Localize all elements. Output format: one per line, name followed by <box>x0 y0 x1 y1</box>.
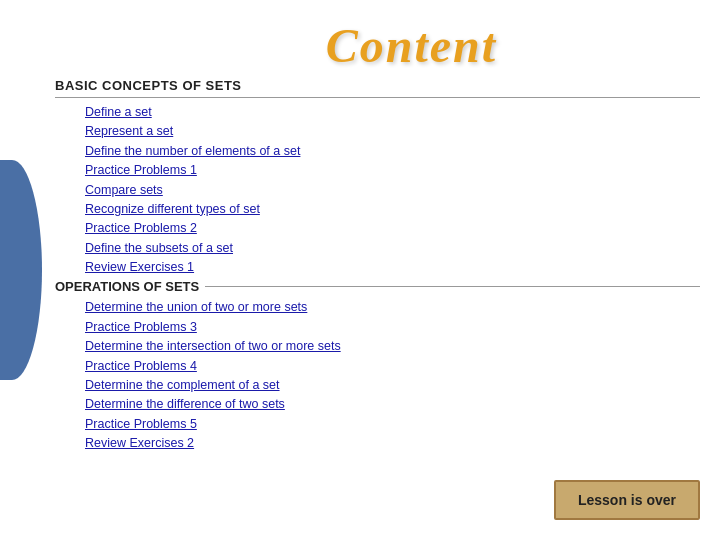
page-title: Content <box>326 18 497 73</box>
list-item[interactable]: Define the subsets of a set <box>55 239 700 258</box>
section-basic-concepts: BASIC CONCEPTS OF SETS Define a set Repr… <box>55 78 700 277</box>
section2-header-row: OPERATIONS OF SETS <box>55 279 700 294</box>
list-item[interactable]: Define the number of elements of a set <box>55 142 700 161</box>
section-operations: OPERATIONS OF SETS Determine the union o… <box>55 279 700 453</box>
list-item[interactable]: Practice Problems 2 <box>55 219 700 238</box>
section2-header: OPERATIONS OF SETS <box>55 279 205 294</box>
section2-list: Determine the union of two or more sets … <box>55 298 700 453</box>
list-item[interactable]: Determine the difference of two sets <box>55 395 700 414</box>
section1-divider <box>55 97 700 98</box>
section2-divider <box>205 286 700 287</box>
list-item[interactable]: Recognize different types of set <box>55 200 700 219</box>
list-item[interactable]: Define a set <box>55 103 700 122</box>
list-item[interactable]: Practice Problems 3 <box>55 318 700 337</box>
list-item[interactable]: Determine the complement of a set <box>55 376 700 395</box>
list-item[interactable]: Practice Problems 4 <box>55 357 700 376</box>
list-item[interactable]: Review Exercises 1 <box>55 258 700 277</box>
list-item[interactable]: Compare sets <box>55 181 700 200</box>
list-item[interactable]: Determine the intersection of two or mor… <box>55 337 700 356</box>
main-content: BASIC CONCEPTS OF SETS Define a set Repr… <box>55 78 700 520</box>
list-item[interactable]: Practice Problems 1 <box>55 161 700 180</box>
lesson-over-button[interactable]: Lesson is over <box>554 480 700 520</box>
list-item[interactable]: Review Exercises 2 <box>55 434 700 453</box>
section1-list: Define a set Represent a set Define the … <box>55 103 700 277</box>
page: Content BASIC CONCEPTS OF SETS Define a … <box>0 0 720 540</box>
list-item[interactable]: Determine the union of two or more sets <box>55 298 700 317</box>
section1-header: BASIC CONCEPTS OF SETS <box>55 78 700 93</box>
list-item[interactable]: Represent a set <box>55 122 700 141</box>
left-arc-decoration <box>0 160 42 380</box>
list-item[interactable]: Practice Problems 5 <box>55 415 700 434</box>
